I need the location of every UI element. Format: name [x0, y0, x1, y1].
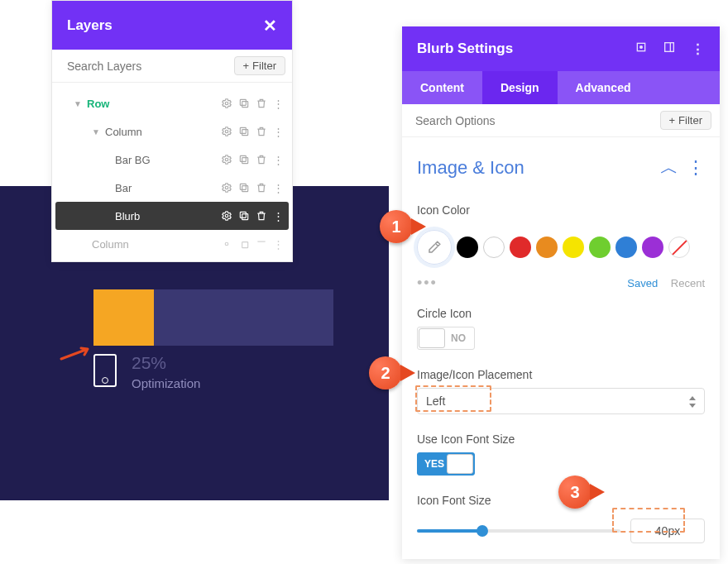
swatch-color[interactable]	[457, 237, 478, 258]
layer-actions	[221, 238, 289, 251]
layers-panel: Layers ✕ + Filter ▼ Row ▼ Column	[51, 0, 293, 262]
saved-tab[interactable]: Saved	[627, 277, 658, 289]
optimization-label: Optimization	[132, 376, 200, 390]
slider-fill	[417, 529, 482, 533]
layer-label: Bar BG	[115, 154, 221, 166]
icon-font-size-input[interactable]: 40px	[630, 519, 705, 543]
svg-rect-8	[240, 155, 246, 161]
layer-actions	[221, 210, 289, 222]
duplicate-icon[interactable]	[238, 126, 250, 137]
gear-icon[interactable]	[221, 98, 232, 109]
trash-icon[interactable]	[256, 154, 267, 165]
circle-icon-label: Circle Icon	[417, 307, 705, 320]
layer-label: Row	[87, 98, 221, 110]
layer-row-column[interactable]: Column	[55, 230, 289, 258]
svg-point-12	[225, 214, 228, 217]
layer-row-row[interactable]: ▼ Row	[55, 89, 289, 117]
tab-design[interactable]: Design	[482, 71, 558, 104]
trash-icon[interactable]	[256, 238, 267, 250]
blurb-row: 25% Optimization	[93, 354, 333, 390]
phone-icon	[93, 354, 117, 387]
more-icon[interactable]	[273, 154, 284, 166]
svg-rect-1	[242, 102, 248, 108]
tab-advanced[interactable]: Advanced	[558, 71, 649, 104]
swatch-color[interactable]	[536, 237, 558, 258]
more-icon[interactable]	[273, 126, 284, 138]
trash-icon[interactable]	[256, 210, 267, 222]
trash-icon[interactable]	[256, 126, 267, 137]
use-icon-font-size-label: Use Icon Font Size	[417, 433, 705, 446]
chevron-up-icon[interactable]: ︿	[660, 155, 678, 180]
swatch-color[interactable]	[510, 237, 531, 258]
swatch-color[interactable]	[563, 237, 584, 258]
layer-row-column[interactable]: ▼ Column	[55, 117, 289, 146]
more-icon[interactable]	[691, 41, 705, 58]
settings-search-input[interactable]	[415, 114, 652, 127]
layer-label: Blurb	[115, 210, 221, 222]
layer-label: Bar	[115, 182, 221, 194]
svg-point-15	[225, 242, 228, 246]
layer-row-bar[interactable]: Bar	[55, 174, 289, 202]
swatch-none[interactable]	[668, 237, 690, 258]
svg-rect-7	[242, 158, 248, 164]
duplicate-icon[interactable]	[238, 210, 250, 222]
duplicate-icon[interactable]	[238, 238, 250, 250]
annotation-arrow-icon	[60, 346, 94, 361]
swatch-color[interactable]	[615, 237, 637, 258]
trash-icon[interactable]	[256, 182, 267, 194]
slider-thumb[interactable]	[477, 525, 488, 537]
gear-icon[interactable]	[221, 154, 232, 165]
svg-rect-16	[242, 242, 248, 248]
gear-icon[interactable]	[221, 182, 232, 194]
bar-bg	[93, 289, 333, 346]
layers-filter-button[interactable]: + Filter	[234, 56, 285, 75]
layer-row-blurb-selected[interactable]: Blurb	[55, 202, 289, 230]
callout-badge-3: 3	[558, 476, 592, 509]
gear-icon[interactable]	[221, 126, 232, 137]
more-icon[interactable]	[273, 238, 284, 251]
svg-rect-13	[242, 214, 248, 220]
gear-icon[interactable]	[221, 238, 232, 250]
settings-header: Blurb Settings	[402, 26, 720, 71]
chevron-down-icon[interactable]: ▼	[92, 127, 100, 136]
tabs: Content Design Advanced	[402, 71, 720, 104]
placement-select[interactable]: Left	[417, 388, 705, 414]
circle-icon-toggle[interactable]: NO	[417, 327, 475, 350]
layers-search-row: + Filter	[52, 50, 292, 83]
duplicate-icon[interactable]	[238, 98, 250, 109]
panel-icon[interactable]	[663, 41, 676, 58]
slider-track[interactable]	[417, 529, 620, 533]
swatch-color[interactable]	[483, 237, 505, 258]
layers-search-input[interactable]	[67, 60, 226, 73]
trash-icon[interactable]	[256, 98, 267, 109]
svg-rect-14	[240, 212, 246, 217]
more-icon[interactable]	[273, 98, 284, 110]
more-icon[interactable]	[273, 182, 284, 194]
color-swatches	[417, 230, 705, 265]
layer-label: Column	[92, 238, 221, 251]
more-icon[interactable]	[687, 157, 705, 179]
expand-icon[interactable]	[635, 41, 648, 58]
svg-point-0	[225, 102, 228, 105]
layer-actions	[221, 182, 289, 194]
icon-color-label: Icon Color	[417, 203, 705, 217]
section-image-icon[interactable]: Image & Icon ︿	[417, 149, 705, 192]
layer-actions	[221, 126, 289, 138]
duplicate-icon[interactable]	[238, 182, 250, 194]
tab-content[interactable]: Content	[402, 71, 482, 104]
use-icon-font-size-toggle[interactable]: YES	[417, 452, 475, 476]
eyedropper-button[interactable]	[417, 230, 452, 265]
svg-point-18	[640, 45, 643, 48]
chevron-down-icon[interactable]: ▼	[74, 99, 82, 108]
toggle-knob	[447, 454, 473, 474]
layer-row-barbg[interactable]: Bar BG	[55, 146, 289, 174]
settings-filter-button[interactable]: + Filter	[660, 111, 711, 130]
recent-tab[interactable]: Recent	[671, 277, 705, 289]
more-icon[interactable]	[273, 210, 284, 222]
swatch-color[interactable]	[642, 237, 663, 258]
close-icon[interactable]: ✕	[263, 16, 277, 36]
bar-fill	[93, 289, 154, 346]
swatch-color[interactable]	[589, 237, 611, 258]
duplicate-icon[interactable]	[238, 154, 250, 165]
gear-icon[interactable]	[221, 210, 232, 222]
